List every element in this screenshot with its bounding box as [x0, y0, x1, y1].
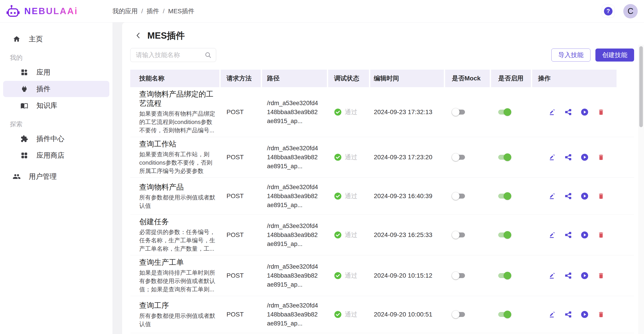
mock-toggle[interactable]: [452, 272, 465, 280]
search-input[interactable]: [130, 48, 216, 62]
breadcrumb: 我的应用 / 插件 / MES插件: [112, 0, 194, 22]
enable-toggle[interactable]: [498, 272, 511, 280]
toolbar-buttons: 导入技能 创建技能: [551, 48, 634, 62]
column-header: 操作: [532, 70, 616, 87]
content-panel: MES插件 导入技能 创建技能 技能名称 请求方法 路径: [122, 22, 644, 334]
breadcrumb-separator: /: [141, 8, 143, 15]
table-header: 技能名称 请求方法 路径 调试状态 编辑时间 是否Mock 是否启用 操作: [130, 70, 634, 87]
column-header: 是否启用: [491, 70, 531, 87]
play-icon[interactable]: [581, 154, 588, 161]
avatar[interactable]: C: [623, 4, 638, 18]
search-icon[interactable]: [204, 51, 212, 59]
edit-icon[interactable]: [548, 192, 556, 200]
check-circle-icon: [334, 311, 342, 318]
check-circle-icon: [334, 231, 342, 239]
sidebar-item-label: 主页: [29, 34, 43, 44]
edit-icon[interactable]: [548, 272, 556, 279]
enable-toggle[interactable]: [498, 108, 511, 116]
share-icon[interactable]: [564, 272, 572, 279]
table-row: 查询物料产品绑定的工艺流程如果要查询所有物料产品绑定的工艺流程则conditio…: [130, 87, 634, 137]
check-circle-icon: [334, 272, 342, 279]
request-method: POST: [221, 192, 261, 200]
enable-toggle[interactable]: [498, 311, 511, 319]
scrollbar-thumb[interactable]: [639, 46, 643, 127]
edit-time: 2024-09-20 10:15:12: [370, 272, 444, 279]
request-method: POST: [221, 154, 261, 161]
delete-icon[interactable]: [598, 192, 605, 200]
mock-toggle[interactable]: [452, 231, 465, 239]
skill-description: 如果是查询待排产工单时则所有参数都使用示例值或者默认值；如果是查询所有工单则..…: [139, 269, 217, 294]
request-method: POST: [221, 109, 261, 116]
breadcrumb-separator: /: [163, 8, 165, 15]
mock-toggle[interactable]: [452, 153, 465, 161]
share-icon[interactable]: [564, 311, 572, 318]
api-path: /rdm_a53ee320fd4148bbaa83ea9b82ae8915_ap…: [267, 221, 318, 248]
play-icon[interactable]: [581, 108, 588, 116]
breadcrumb-item[interactable]: 插件: [147, 7, 159, 15]
sidebar-section-explore: 探索: [0, 118, 112, 130]
mock-toggle[interactable]: [452, 108, 465, 116]
sidebar-item-app-store[interactable]: 应用商店: [3, 147, 109, 164]
edit-icon[interactable]: [548, 109, 556, 116]
help-button[interactable]: ?: [602, 5, 615, 18]
play-icon[interactable]: [581, 192, 588, 200]
delete-icon[interactable]: [598, 154, 605, 161]
sidebar-item-plugin-center[interactable]: 插件中心: [3, 131, 109, 147]
edit-time: 2024-09-20 10:00:51: [370, 311, 444, 318]
enable-toggle[interactable]: [498, 231, 511, 239]
debug-status: 通过: [334, 271, 358, 280]
import-skill-button[interactable]: 导入技能: [551, 48, 590, 62]
sidebar-item-label: 应用商店: [36, 151, 64, 160]
question-mark-icon: ?: [604, 7, 612, 15]
sidebar-section-my: 我的: [0, 52, 112, 64]
home-icon: [12, 35, 21, 43]
create-skill-button[interactable]: 创建技能: [596, 48, 634, 62]
share-icon[interactable]: [564, 192, 572, 200]
edit-time: 2024-09-23 16:25:33: [370, 231, 444, 239]
enable-toggle[interactable]: [498, 192, 511, 200]
delete-icon[interactable]: [598, 231, 605, 239]
sidebar-item-label: 知识库: [36, 101, 57, 110]
skill-name: 查询工序: [139, 301, 217, 310]
sidebar-item-plugins[interactable]: 插件: [3, 81, 109, 97]
sidebar-item-apps[interactable]: 应用: [3, 64, 109, 80]
play-icon[interactable]: [581, 231, 588, 239]
back-button[interactable]: [134, 31, 142, 39]
scrollbar[interactable]: [638, 45, 644, 334]
status-text: 通过: [345, 271, 358, 280]
status-text: 通过: [345, 108, 358, 116]
share-icon[interactable]: [564, 154, 572, 161]
enable-toggle[interactable]: [498, 153, 511, 161]
edit-icon[interactable]: [548, 154, 556, 161]
sidebar-item-home[interactable]: 主页: [3, 31, 109, 47]
column-header: 技能名称: [130, 70, 219, 87]
request-method: POST: [221, 272, 261, 279]
edit-time: 2024-09-23 17:23:20: [370, 154, 444, 161]
sidebar-item-user-management[interactable]: 用户管理: [3, 168, 109, 185]
edit-icon[interactable]: [548, 311, 556, 318]
toolbar: 导入技能 创建技能: [130, 48, 634, 62]
skill-name: 查询物料产品: [139, 182, 217, 192]
mock-toggle[interactable]: [452, 192, 465, 200]
row-actions: [532, 108, 616, 116]
play-icon[interactable]: [581, 311, 588, 318]
skill-description: 如果要查询所有物料产品绑定的工艺流程则conditions参数不要传，否则物料产…: [139, 110, 217, 135]
share-icon[interactable]: [564, 109, 572, 116]
sidebar-item-knowledge[interactable]: 知识库: [3, 98, 109, 114]
delete-icon[interactable]: [598, 311, 605, 318]
table-row: 查询工作站如果要查询所有工作站，则conditions参数不要传，否则所属工序编…: [130, 137, 634, 178]
page-head: MES插件: [130, 30, 634, 41]
edit-icon[interactable]: [548, 231, 556, 239]
breadcrumb-item-current: MES插件: [168, 7, 194, 15]
mock-toggle[interactable]: [452, 311, 465, 319]
delete-icon[interactable]: [598, 272, 605, 279]
play-icon[interactable]: [581, 272, 588, 279]
sidebar-item-label: 应用: [36, 68, 50, 77]
share-icon[interactable]: [564, 231, 572, 239]
delete-icon[interactable]: [598, 109, 605, 116]
status-text: 通过: [345, 153, 358, 162]
breadcrumb-item[interactable]: 我的应用: [112, 7, 138, 15]
table-row: 查询工序所有参数都使用示例值或者默认值POST/rdm_a53ee320fd41…: [130, 296, 634, 333]
robot-logo-icon: [6, 5, 20, 18]
check-circle-icon: [334, 154, 342, 161]
